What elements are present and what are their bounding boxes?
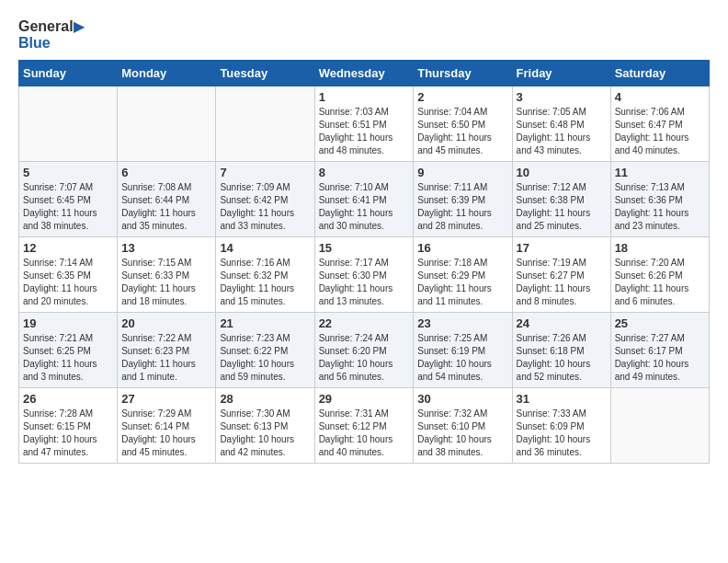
calendar-cell: 14Sunrise: 7:16 AM Sunset: 6:32 PM Dayli… xyxy=(216,237,314,313)
calendar-cell: 28Sunrise: 7:30 AM Sunset: 6:13 PM Dayli… xyxy=(216,388,314,464)
calendar-cell: 13Sunrise: 7:15 AM Sunset: 6:33 PM Dayli… xyxy=(118,237,216,313)
day-number: 15 xyxy=(319,241,410,255)
day-number: 19 xyxy=(23,316,113,330)
day-info: Sunrise: 7:06 AM Sunset: 6:47 PM Dayligh… xyxy=(615,106,705,157)
day-number: 30 xyxy=(417,392,507,406)
day-info: Sunrise: 7:13 AM Sunset: 6:36 PM Dayligh… xyxy=(615,181,705,233)
weekday-header-saturday: Saturday xyxy=(610,61,709,86)
day-info: Sunrise: 7:09 AM Sunset: 6:42 PM Dayligh… xyxy=(220,181,310,233)
day-number: 11 xyxy=(615,166,705,179)
day-number: 7 xyxy=(220,166,310,179)
calendar-cell xyxy=(118,86,216,162)
day-info: Sunrise: 7:03 AM Sunset: 6:51 PM Dayligh… xyxy=(319,106,410,157)
calendar-cell: 27Sunrise: 7:29 AM Sunset: 6:14 PM Dayli… xyxy=(118,388,216,464)
calendar-cell xyxy=(19,86,118,162)
day-number: 28 xyxy=(220,392,310,406)
calendar-cell: 7Sunrise: 7:09 AM Sunset: 6:42 PM Daylig… xyxy=(216,162,314,237)
page-header: General▶ Blue xyxy=(18,18,710,51)
day-info: Sunrise: 7:20 AM Sunset: 6:26 PM Dayligh… xyxy=(615,257,705,308)
calendar-cell: 20Sunrise: 7:22 AM Sunset: 6:23 PM Dayli… xyxy=(118,313,216,388)
day-info: Sunrise: 7:33 AM Sunset: 6:09 PM Dayligh… xyxy=(517,408,607,459)
day-number: 4 xyxy=(615,90,705,104)
calendar-cell: 18Sunrise: 7:20 AM Sunset: 6:26 PM Dayli… xyxy=(610,237,709,313)
day-info: Sunrise: 7:14 AM Sunset: 6:35 PM Dayligh… xyxy=(23,257,113,308)
calendar-cell: 8Sunrise: 7:10 AM Sunset: 6:41 PM Daylig… xyxy=(314,162,414,237)
day-info: Sunrise: 7:18 AM Sunset: 6:29 PM Dayligh… xyxy=(417,257,507,308)
day-number: 14 xyxy=(220,241,310,255)
day-number: 29 xyxy=(319,392,410,406)
day-number: 16 xyxy=(417,241,507,255)
weekday-header-tuesday: Tuesday xyxy=(216,61,314,86)
day-info: Sunrise: 7:16 AM Sunset: 6:32 PM Dayligh… xyxy=(220,257,310,308)
day-number: 9 xyxy=(417,166,507,179)
calendar-cell: 15Sunrise: 7:17 AM Sunset: 6:30 PM Dayli… xyxy=(314,237,414,313)
day-number: 3 xyxy=(517,90,607,104)
calendar-cell: 10Sunrise: 7:12 AM Sunset: 6:38 PM Dayli… xyxy=(512,162,610,237)
day-info: Sunrise: 7:05 AM Sunset: 6:48 PM Dayligh… xyxy=(517,106,607,157)
day-info: Sunrise: 7:17 AM Sunset: 6:30 PM Dayligh… xyxy=(319,257,410,308)
weekday-header-friday: Friday xyxy=(512,61,610,86)
calendar-cell: 31Sunrise: 7:33 AM Sunset: 6:09 PM Dayli… xyxy=(512,388,610,464)
calendar-week-row: 5Sunrise: 7:07 AM Sunset: 6:45 PM Daylig… xyxy=(19,162,710,237)
calendar-cell: 21Sunrise: 7:23 AM Sunset: 6:22 PM Dayli… xyxy=(216,313,314,388)
day-info: Sunrise: 7:19 AM Sunset: 6:27 PM Dayligh… xyxy=(517,257,607,308)
day-info: Sunrise: 7:04 AM Sunset: 6:50 PM Dayligh… xyxy=(417,106,507,157)
day-number: 6 xyxy=(121,166,211,179)
weekday-header-wednesday: Wednesday xyxy=(314,61,414,86)
day-info: Sunrise: 7:08 AM Sunset: 6:44 PM Dayligh… xyxy=(121,181,211,233)
day-info: Sunrise: 7:25 AM Sunset: 6:19 PM Dayligh… xyxy=(417,332,507,384)
day-info: Sunrise: 7:24 AM Sunset: 6:20 PM Dayligh… xyxy=(319,332,410,384)
calendar-week-row: 12Sunrise: 7:14 AM Sunset: 6:35 PM Dayli… xyxy=(19,237,710,313)
calendar-cell xyxy=(610,388,709,464)
calendar-week-row: 19Sunrise: 7:21 AM Sunset: 6:25 PM Dayli… xyxy=(19,313,710,388)
day-number: 10 xyxy=(517,166,607,179)
logo: General▶ Blue xyxy=(18,18,85,51)
day-number: 31 xyxy=(517,392,607,406)
day-number: 22 xyxy=(319,316,410,330)
calendar-table: SundayMondayTuesdayWednesdayThursdayFrid… xyxy=(18,60,710,464)
calendar-cell: 16Sunrise: 7:18 AM Sunset: 6:29 PM Dayli… xyxy=(414,237,512,313)
day-number: 27 xyxy=(121,392,211,406)
calendar-cell: 2Sunrise: 7:04 AM Sunset: 6:50 PM Daylig… xyxy=(414,86,512,162)
day-info: Sunrise: 7:32 AM Sunset: 6:10 PM Dayligh… xyxy=(417,408,507,459)
weekday-header-sunday: Sunday xyxy=(19,61,118,86)
calendar-cell: 19Sunrise: 7:21 AM Sunset: 6:25 PM Dayli… xyxy=(19,313,118,388)
day-info: Sunrise: 7:27 AM Sunset: 6:17 PM Dayligh… xyxy=(615,332,705,384)
day-info: Sunrise: 7:23 AM Sunset: 6:22 PM Dayligh… xyxy=(220,332,310,384)
calendar-cell: 6Sunrise: 7:08 AM Sunset: 6:44 PM Daylig… xyxy=(118,162,216,237)
day-info: Sunrise: 7:30 AM Sunset: 6:13 PM Dayligh… xyxy=(220,408,310,459)
weekday-header-monday: Monday xyxy=(118,61,216,86)
day-info: Sunrise: 7:26 AM Sunset: 6:18 PM Dayligh… xyxy=(517,332,607,384)
calendar-cell xyxy=(216,86,314,162)
calendar-week-row: 1Sunrise: 7:03 AM Sunset: 6:51 PM Daylig… xyxy=(19,86,710,162)
calendar-cell: 26Sunrise: 7:28 AM Sunset: 6:15 PM Dayli… xyxy=(19,388,118,464)
day-info: Sunrise: 7:15 AM Sunset: 6:33 PM Dayligh… xyxy=(121,257,211,308)
calendar-cell: 24Sunrise: 7:26 AM Sunset: 6:18 PM Dayli… xyxy=(512,313,610,388)
day-info: Sunrise: 7:21 AM Sunset: 6:25 PM Dayligh… xyxy=(23,332,113,384)
day-number: 17 xyxy=(517,241,607,255)
day-info: Sunrise: 7:12 AM Sunset: 6:38 PM Dayligh… xyxy=(517,181,607,233)
day-info: Sunrise: 7:07 AM Sunset: 6:45 PM Dayligh… xyxy=(23,181,113,233)
day-info: Sunrise: 7:28 AM Sunset: 6:15 PM Dayligh… xyxy=(23,408,113,459)
calendar-cell: 9Sunrise: 7:11 AM Sunset: 6:39 PM Daylig… xyxy=(414,162,512,237)
day-info: Sunrise: 7:22 AM Sunset: 6:23 PM Dayligh… xyxy=(121,332,211,384)
day-number: 21 xyxy=(220,316,310,330)
day-number: 26 xyxy=(23,392,113,406)
day-number: 18 xyxy=(615,241,705,255)
calendar-cell: 30Sunrise: 7:32 AM Sunset: 6:10 PM Dayli… xyxy=(414,388,512,464)
calendar-cell: 12Sunrise: 7:14 AM Sunset: 6:35 PM Dayli… xyxy=(19,237,118,313)
calendar-cell: 22Sunrise: 7:24 AM Sunset: 6:20 PM Dayli… xyxy=(314,313,414,388)
calendar-cell: 3Sunrise: 7:05 AM Sunset: 6:48 PM Daylig… xyxy=(512,86,610,162)
calendar-cell: 25Sunrise: 7:27 AM Sunset: 6:17 PM Dayli… xyxy=(610,313,709,388)
logo-blue: Blue xyxy=(18,35,51,51)
weekday-header-row: SundayMondayTuesdayWednesdayThursdayFrid… xyxy=(19,61,710,86)
day-number: 2 xyxy=(417,90,507,104)
day-number: 23 xyxy=(417,316,507,330)
day-number: 13 xyxy=(121,241,211,255)
weekday-header-thursday: Thursday xyxy=(414,61,512,86)
day-number: 12 xyxy=(23,241,113,255)
calendar-cell: 4Sunrise: 7:06 AM Sunset: 6:47 PM Daylig… xyxy=(610,86,709,162)
calendar-cell: 11Sunrise: 7:13 AM Sunset: 6:36 PM Dayli… xyxy=(610,162,709,237)
day-number: 20 xyxy=(121,316,211,330)
calendar-cell: 23Sunrise: 7:25 AM Sunset: 6:19 PM Dayli… xyxy=(414,313,512,388)
